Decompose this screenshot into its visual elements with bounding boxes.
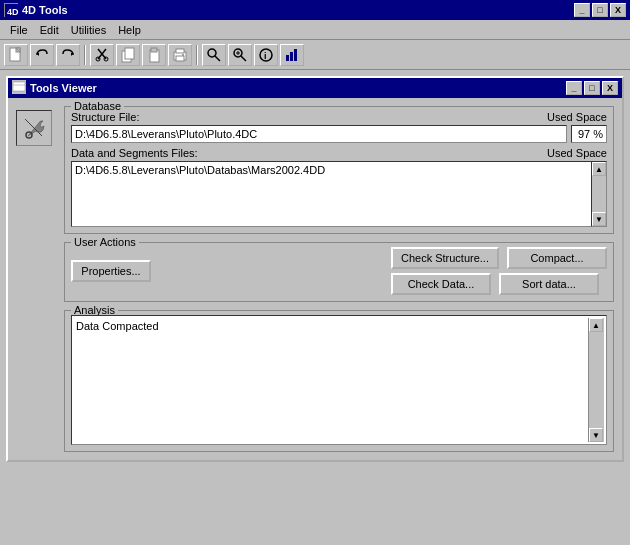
app-icon: 4D xyxy=(4,3,18,17)
menu-help[interactable]: Help xyxy=(112,22,147,38)
analysis-scroll-up[interactable]: ▲ xyxy=(589,318,603,332)
segments-scrollbar: ▲ ▼ xyxy=(591,161,607,227)
data-segments-label: Data and Segments Files: xyxy=(71,147,198,159)
structure-file-label: Structure File: xyxy=(71,111,139,123)
svg-rect-12 xyxy=(125,48,134,59)
svg-rect-31 xyxy=(13,82,25,91)
svg-text:4D: 4D xyxy=(7,7,19,17)
toolbar-sep2 xyxy=(196,45,198,65)
toolbar-redo[interactable] xyxy=(56,44,80,66)
viewer-controls: _ □ X xyxy=(566,81,618,95)
analysis-scrollbar: ▲ ▼ xyxy=(588,318,604,442)
sort-data-button[interactable]: Sort data... xyxy=(499,273,599,295)
viewer-main: Database Structure File: Used Space xyxy=(64,106,614,452)
used-space-label: Used Space xyxy=(547,111,607,123)
toolbar-cut[interactable] xyxy=(90,44,114,66)
menu-file[interactable]: File xyxy=(4,22,34,38)
analysis-group: Analysis ▲ ▼ xyxy=(64,310,614,452)
scroll-up-btn[interactable]: ▲ xyxy=(592,162,606,176)
svg-rect-27 xyxy=(286,55,289,61)
tools-viewer-window: Tools Viewer _ □ X xyxy=(6,76,624,462)
svg-rect-17 xyxy=(176,56,184,61)
check-structure-button[interactable]: Check Structure... xyxy=(391,247,499,269)
data-segments-textarea[interactable] xyxy=(71,161,591,227)
toolbar-copy[interactable] xyxy=(116,44,140,66)
app-title: 4D Tools xyxy=(22,4,68,16)
user-actions-label: User Actions xyxy=(71,236,139,248)
svg-rect-28 xyxy=(290,52,293,61)
used-space-value xyxy=(571,125,607,143)
menubar: File Edit Utilities Help xyxy=(0,20,630,40)
wrench-icon xyxy=(16,110,52,146)
toolbar-search[interactable] xyxy=(202,44,226,66)
svg-rect-29 xyxy=(294,49,297,61)
svg-point-19 xyxy=(208,49,216,57)
menu-edit[interactable]: Edit xyxy=(34,22,65,38)
svg-text:i: i xyxy=(264,51,267,61)
toolbar-new[interactable] xyxy=(4,44,28,66)
close-button[interactable]: X xyxy=(610,3,626,17)
action-buttons: Check Structure... Compact... Check Data… xyxy=(391,247,607,295)
viewer-icon-small xyxy=(12,80,26,96)
database-label: Database xyxy=(71,100,124,112)
analysis-textarea[interactable] xyxy=(74,318,588,442)
analysis-scroll-down[interactable]: ▼ xyxy=(589,428,603,442)
properties-button[interactable]: Properties... xyxy=(71,260,151,282)
svg-point-18 xyxy=(182,54,184,56)
svg-line-20 xyxy=(215,56,220,61)
toolbar-print[interactable] xyxy=(168,44,192,66)
toolbar-paste[interactable] xyxy=(142,44,166,66)
scroll-track xyxy=(592,176,606,212)
svg-line-22 xyxy=(241,56,246,61)
database-group: Database Structure File: Used Space xyxy=(64,106,614,234)
user-actions-group: User Actions Properties... Check Structu… xyxy=(64,242,614,302)
main-window-controls: _ □ X xyxy=(574,3,626,17)
compact-button[interactable]: Compact... xyxy=(507,247,607,269)
viewer-icon-area xyxy=(16,106,56,452)
tools-viewer-titlebar: Tools Viewer _ □ X xyxy=(8,78,622,98)
viewer-content: Database Structure File: Used Space xyxy=(8,98,622,460)
structure-file-input[interactable] xyxy=(71,125,567,143)
maximize-button[interactable]: □ xyxy=(592,3,608,17)
viewer-minimize[interactable]: _ xyxy=(566,81,582,95)
check-data-button[interactable]: Check Data... xyxy=(391,273,491,295)
main-content: Tools Viewer _ □ X xyxy=(0,70,630,468)
toolbar-zoom[interactable] xyxy=(228,44,252,66)
toolbar-undo[interactable] xyxy=(30,44,54,66)
used-space2-label: Used Space xyxy=(547,147,607,159)
toolbar: i xyxy=(0,40,630,70)
toolbar-chart[interactable] xyxy=(280,44,304,66)
toolbar-info[interactable]: i xyxy=(254,44,278,66)
analysis-scroll-track xyxy=(589,332,604,428)
viewer-close[interactable]: X xyxy=(602,81,618,95)
toolbar-sep1 xyxy=(84,45,86,65)
viewer-title: Tools Viewer xyxy=(30,82,97,94)
svg-rect-16 xyxy=(176,49,184,53)
main-window: 4D 4D Tools _ □ X File Edit Utilities He… xyxy=(0,0,630,468)
segments-area: ▲ ▼ xyxy=(71,161,607,227)
scroll-down-btn[interactable]: ▼ xyxy=(592,212,606,226)
minimize-button[interactable]: _ xyxy=(574,3,590,17)
main-titlebar: 4D 4D Tools _ □ X xyxy=(0,0,630,20)
svg-rect-14 xyxy=(151,48,157,52)
viewer-maximize[interactable]: □ xyxy=(584,81,600,95)
analysis-area: ▲ ▼ xyxy=(71,315,607,445)
menu-utilities[interactable]: Utilities xyxy=(65,22,112,38)
